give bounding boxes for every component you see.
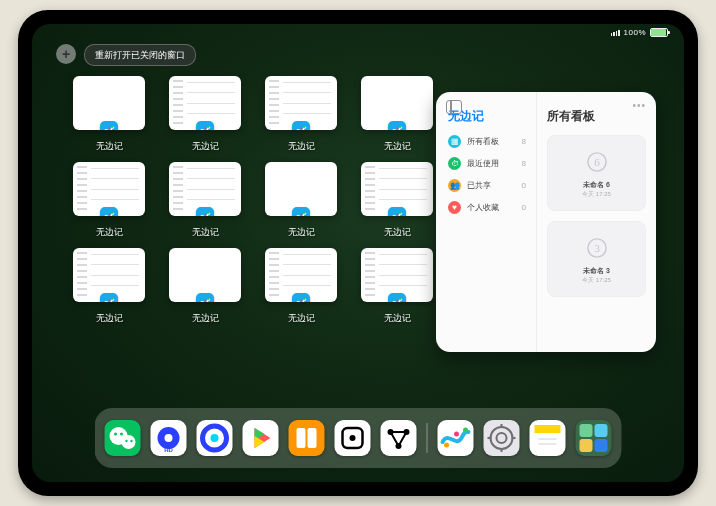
window-label: 无边记 xyxy=(192,140,219,153)
freeform-app-icon xyxy=(292,121,310,130)
window-thumb[interactable]: 无边记 xyxy=(360,248,434,328)
svg-point-63 xyxy=(463,428,468,433)
dock-app-play[interactable] xyxy=(243,420,279,456)
window-preview xyxy=(169,76,241,130)
freeform-app-icon xyxy=(100,121,118,130)
window-thumb[interactable]: 无边记 xyxy=(264,76,338,156)
window-thumb[interactable]: 无边记 xyxy=(360,76,434,156)
svg-rect-75 xyxy=(595,424,608,437)
dock-app-graph[interactable] xyxy=(381,420,417,456)
svg-point-10 xyxy=(397,128,399,130)
sidebar-toggle-icon[interactable] xyxy=(446,100,462,114)
freeform-app-icon xyxy=(196,121,214,130)
dock-app-freeform[interactable] xyxy=(438,420,474,456)
svg-point-65 xyxy=(497,433,507,443)
more-icon[interactable]: ••• xyxy=(632,100,646,111)
svg-point-8 xyxy=(304,126,306,128)
window-preview xyxy=(361,248,433,302)
svg-point-45 xyxy=(130,440,132,442)
battery-pct: 100% xyxy=(624,28,646,37)
window-preview xyxy=(265,162,337,216)
sidebar-item-grid[interactable]: ▦所有看板8 xyxy=(448,135,526,148)
window-preview xyxy=(169,248,241,302)
sidebar-item-clock[interactable]: ⏱最近使用8 xyxy=(448,157,526,170)
svg-text:3: 3 xyxy=(594,242,600,254)
svg-point-23 xyxy=(400,212,402,214)
svg-point-22 xyxy=(397,214,399,216)
svg-point-16 xyxy=(205,214,207,216)
dock-app-folder[interactable] xyxy=(576,420,612,456)
sidebar-item-heart[interactable]: ♥个人收藏0 xyxy=(448,201,526,214)
signal-icon xyxy=(611,30,620,36)
window-preview xyxy=(361,162,433,216)
window-thumb[interactable]: 无边记 xyxy=(72,162,146,242)
svg-point-44 xyxy=(125,440,127,442)
svg-point-29 xyxy=(208,298,210,300)
dock: HD xyxy=(95,408,622,468)
heart-icon: ♥ xyxy=(448,201,461,214)
window-thumb[interactable]: 无边记 xyxy=(360,162,434,242)
screen: 100% + 重新打开已关闭的窗口 无边记无边记无边记无边记无边记无边记无边记无… xyxy=(32,24,684,482)
svg-rect-55 xyxy=(308,428,317,448)
window-label: 无边记 xyxy=(288,140,315,153)
window-preview xyxy=(73,248,145,302)
window-thumb[interactable]: 无边记 xyxy=(168,248,242,328)
window-preview xyxy=(265,248,337,302)
svg-rect-77 xyxy=(595,439,608,452)
svg-point-31 xyxy=(301,300,303,302)
dock-app-settings[interactable] xyxy=(484,420,520,456)
board-name: 未命名 6 xyxy=(583,180,610,190)
board-sketch-icon: 3 xyxy=(583,234,611,262)
dock-app-notes[interactable] xyxy=(530,420,566,456)
board-card[interactable]: 3未命名 3今天 17:25 xyxy=(547,221,646,297)
svg-point-34 xyxy=(397,300,399,302)
sidebar-item-count: 0 xyxy=(522,203,526,212)
new-window-button[interactable]: + xyxy=(56,44,76,64)
board-card[interactable]: 6未命名 6今天 17:25 xyxy=(547,135,646,211)
svg-rect-54 xyxy=(297,428,306,448)
sidebar-item-label: 个人收藏 xyxy=(467,202,499,213)
dock-app-quark-hd[interactable]: HD xyxy=(151,420,187,456)
svg-point-57 xyxy=(350,435,356,441)
svg-point-50 xyxy=(211,434,219,442)
board-sketch-icon: 6 xyxy=(583,148,611,176)
window-thumb[interactable]: 无边记 xyxy=(72,248,146,328)
window-thumb[interactable]: 无边记 xyxy=(168,162,242,242)
active-app-window[interactable]: 无边记 ▦所有看板8⏱最近使用8👥已共享0♥个人收藏0 ••• 所有看板 6未命… xyxy=(436,92,656,352)
window-label: 无边记 xyxy=(384,312,411,325)
svg-point-13 xyxy=(109,214,111,216)
panel-title: 所有看板 xyxy=(547,108,646,125)
svg-point-20 xyxy=(304,212,306,214)
svg-point-26 xyxy=(112,298,114,300)
grid-icon: ▦ xyxy=(448,135,461,148)
battery-icon xyxy=(650,28,668,37)
dock-app-dice[interactable] xyxy=(335,420,371,456)
window-thumb[interactable]: 无边记 xyxy=(168,76,242,156)
sidebar-item-share[interactable]: 👥已共享0 xyxy=(448,179,526,192)
window-thumb[interactable]: 无边记 xyxy=(264,162,338,242)
freeform-app-icon xyxy=(100,207,118,216)
window-label: 无边记 xyxy=(96,140,123,153)
window-label: 无边记 xyxy=(288,226,315,239)
svg-text:HD: HD xyxy=(164,447,173,453)
dock-app-wechat[interactable] xyxy=(105,420,141,456)
window-preview xyxy=(169,162,241,216)
freeform-app-icon xyxy=(292,207,310,216)
sidebar-item-label: 所有看板 xyxy=(467,136,499,147)
svg-point-11 xyxy=(400,126,402,128)
window-thumb[interactable]: 无边记 xyxy=(264,248,338,328)
window-preview xyxy=(73,162,145,216)
window-overview-grid: 无边记无边记无边记无边记无边记无边记无边记无边记无边记无边记无边记无边记 xyxy=(72,76,432,328)
svg-point-28 xyxy=(205,300,207,302)
board-name: 未命名 3 xyxy=(583,266,610,276)
dock-app-books[interactable] xyxy=(289,420,325,456)
sidebar-item-label: 已共享 xyxy=(467,180,491,191)
window-thumb[interactable]: 无边记 xyxy=(72,76,146,156)
window-label: 无边记 xyxy=(288,312,315,325)
svg-point-43 xyxy=(120,433,123,436)
window-label: 无边记 xyxy=(384,226,411,239)
window-preview xyxy=(361,76,433,130)
dock-app-quark[interactable] xyxy=(197,420,233,456)
reopen-closed-window-button[interactable]: 重新打开已关闭的窗口 xyxy=(84,44,196,66)
svg-point-1 xyxy=(109,128,111,130)
